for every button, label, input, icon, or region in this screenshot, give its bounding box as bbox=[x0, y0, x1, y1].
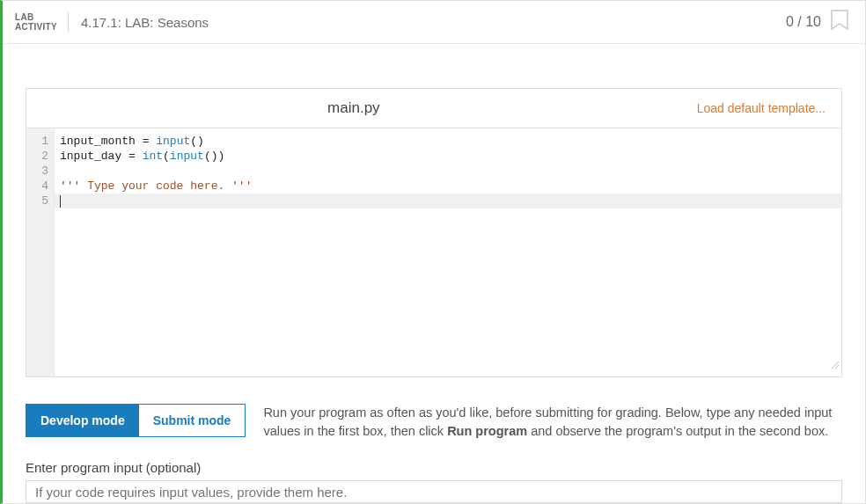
develop-mode-button[interactable]: Develop mode bbox=[26, 405, 139, 436]
activity-badge: LAB ACTIVITY bbox=[11, 12, 69, 32]
svg-line-0 bbox=[832, 362, 839, 369]
resize-handle-icon bbox=[830, 359, 839, 374]
code-editor[interactable]: 1 2 3 4 5 input_month = input() input_da… bbox=[26, 128, 842, 377]
load-template-link[interactable]: Load default template... bbox=[681, 101, 841, 115]
editor-cursor bbox=[60, 195, 61, 208]
bookmark-icon[interactable] bbox=[830, 10, 849, 34]
activity-title: 4.17.1: LAB: Seasons bbox=[69, 15, 786, 30]
mode-toggle: Develop mode Submit mode bbox=[26, 404, 246, 437]
svg-line-1 bbox=[835, 365, 839, 369]
submit-mode-button[interactable]: Submit mode bbox=[139, 405, 246, 436]
program-input-field[interactable] bbox=[26, 480, 842, 503]
file-tab: main.py bbox=[26, 89, 681, 128]
mode-description: Run your program as often as you'd like,… bbox=[263, 404, 842, 441]
score-display: 0 / 10 bbox=[786, 14, 830, 30]
program-input-label: Enter program input (optional) bbox=[26, 460, 842, 475]
editor-code-area[interactable]: input_month = input() input_day = int(in… bbox=[55, 128, 841, 376]
editor-gutter: 1 2 3 4 5 bbox=[26, 128, 55, 376]
